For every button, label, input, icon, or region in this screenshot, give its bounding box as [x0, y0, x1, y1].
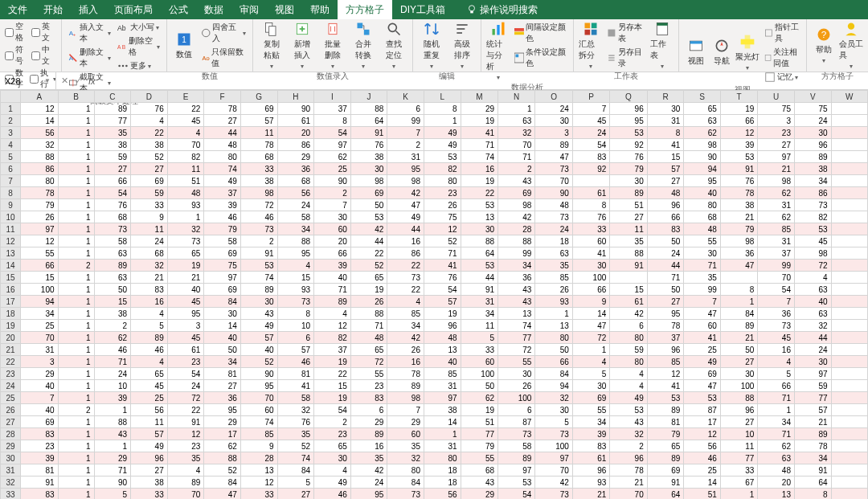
cell[interactable]: 29 [350, 416, 387, 428]
cell[interactable]: 34 [461, 308, 497, 320]
cell[interactable]: 54 [94, 187, 131, 199]
cell[interactable]: 22 [461, 187, 497, 199]
cell[interactable]: 44 [204, 127, 241, 139]
row-header[interactable]: 20 [1, 332, 21, 344]
cell[interactable]: 14 [572, 308, 609, 320]
cell[interactable]: 81 [21, 464, 58, 477]
cell[interactable]: 72 [350, 356, 387, 368]
cell[interactable]: 43 [498, 284, 535, 296]
cell[interactable]: 11 [131, 223, 168, 235]
cell[interactable]: 39 [21, 452, 58, 464]
cell[interactable]: 6 [350, 404, 387, 416]
cell[interactable]: 25 [684, 464, 721, 477]
cell[interactable]: 88 [498, 235, 535, 247]
cell[interactable]: 36 [720, 247, 757, 260]
cell[interactable]: 69 [204, 247, 241, 260]
cell[interactable] [831, 308, 867, 320]
cell[interactable]: 26 [424, 199, 461, 211]
cell[interactable]: 33 [572, 223, 609, 235]
name-box[interactable]: X28 ▼ [0, 72, 56, 89]
cell[interactable]: 89 [350, 428, 387, 440]
row-header[interactable]: 23 [1, 368, 21, 380]
row-header[interactable]: 5 [1, 151, 21, 163]
cell[interactable] [831, 199, 867, 211]
cell[interactable]: 91 [461, 284, 497, 296]
cell[interactable]: 2 [240, 235, 277, 247]
cell[interactable]: 28 [498, 223, 535, 235]
cell[interactable]: 70 [758, 272, 795, 284]
cell[interactable]: 65 [131, 368, 168, 380]
cell[interactable]: 96 [424, 320, 461, 332]
cell[interactable]: 51 [461, 416, 497, 428]
cell[interactable]: 30 [720, 368, 757, 380]
cell[interactable]: 34 [204, 356, 241, 368]
cell[interactable]: 65 [350, 272, 387, 284]
cell[interactable]: 26 [387, 344, 424, 356]
cell[interactable]: 63 [758, 452, 795, 464]
cell[interactable]: 45 [131, 380, 168, 392]
row-header[interactable]: 30 [1, 452, 21, 464]
cell[interactable]: 12 [21, 103, 58, 115]
cell[interactable]: 62 [758, 187, 795, 199]
cell[interactable]: 58 [277, 211, 314, 223]
cell[interactable]: 4 [131, 308, 168, 320]
cell[interactable]: 18 [424, 477, 461, 489]
cell[interactable] [572, 175, 609, 187]
cell[interactable]: 95 [387, 163, 424, 175]
cell[interactable]: 62 [461, 392, 497, 404]
cell[interactable]: 56 [684, 440, 721, 452]
cell[interactable]: 48 [204, 139, 241, 151]
cell[interactable]: 50 [720, 344, 757, 356]
col-header-K[interactable]: K [387, 91, 424, 103]
cell[interactable]: 68 [240, 151, 277, 163]
cell[interactable]: 50 [461, 380, 497, 392]
cell[interactable]: 94 [684, 163, 721, 175]
cell[interactable]: 7 [314, 199, 351, 211]
cell[interactable]: 12 [684, 428, 721, 440]
cell[interactable]: 42 [610, 308, 647, 320]
col-header-A[interactable]: A [21, 91, 58, 103]
btn-视图[interactable]: 视图 [684, 21, 708, 84]
cell[interactable]: 42 [498, 211, 535, 223]
cell[interactable]: 4 [610, 368, 647, 380]
cell[interactable]: 70 [610, 489, 647, 500]
cell[interactable]: 25 [684, 344, 721, 356]
cell[interactable]: 34 [21, 308, 58, 320]
cell[interactable]: 44 [647, 260, 684, 272]
cell[interactable]: 69 [647, 464, 684, 477]
cell[interactable]: 87 [684, 404, 721, 416]
cell[interactable]: 96 [572, 464, 609, 477]
cell[interactable]: 1 [58, 416, 94, 428]
cell[interactable]: 53 [647, 392, 684, 404]
tell-me-search[interactable]: 操作说明搜索 [458, 0, 546, 19]
btn-删除文本[interactable]: A删除文本 ▾ [67, 46, 113, 70]
cell[interactable]: 8 [720, 284, 757, 296]
cell[interactable]: 27 [720, 416, 757, 428]
cell[interactable]: 71 [684, 260, 721, 272]
cell[interactable]: 78 [720, 187, 757, 199]
cell[interactable]: 70 [535, 464, 572, 477]
cell[interactable]: 41 [647, 380, 684, 392]
cell[interactable]: 72 [167, 392, 204, 404]
cell[interactable]: 43 [498, 296, 535, 308]
cell[interactable]: 15 [277, 272, 314, 284]
cell[interactable]: 3 [21, 356, 58, 368]
cell[interactable]: 25 [314, 163, 351, 175]
cell[interactable]: 46 [240, 211, 277, 223]
cell[interactable]: 36 [498, 272, 535, 284]
cell[interactable]: 53 [461, 199, 497, 211]
cell[interactable]: 48 [424, 332, 461, 344]
cell[interactable]: 43 [498, 175, 535, 187]
cell[interactable]: 47 [684, 380, 721, 392]
cell[interactable]: 89 [387, 380, 424, 392]
cell[interactable]: 89 [167, 477, 204, 489]
cell[interactable]: 29 [21, 368, 58, 380]
cell[interactable]: 63 [794, 308, 831, 320]
chk-空格[interactable]: 空格 [5, 21, 30, 43]
cell[interactable]: 38 [794, 163, 831, 175]
cell[interactable]: 85 [424, 368, 461, 380]
cell[interactable]: 4 [794, 272, 831, 284]
cell[interactable]: 30 [610, 175, 647, 187]
tab-4[interactable]: 公式 [161, 0, 196, 19]
cell[interactable]: 49 [424, 127, 461, 139]
